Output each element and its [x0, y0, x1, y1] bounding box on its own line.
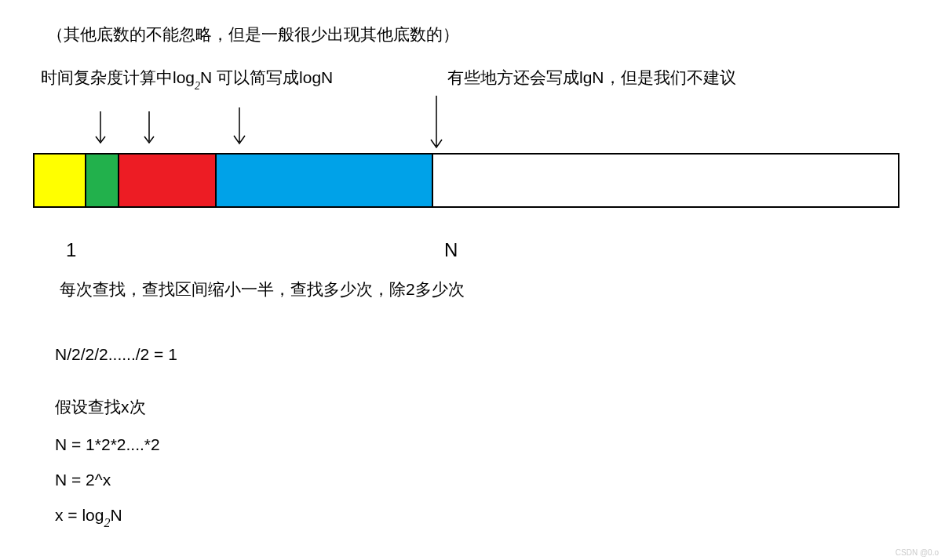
note-line-2-left: 时间复杂度计算中log2N 可以简写成logN [41, 67, 333, 89]
segment-red [119, 155, 217, 206]
note-line-1: （其他底数的不能忽略，但是一般很少出现其他底数的） [47, 24, 459, 45]
equation-3: N = 2^x [55, 471, 111, 489]
equation-1: N/2/2/2....../2 = 1 [55, 345, 177, 364]
eq4-part-b: N [110, 506, 122, 524]
watermark: CSDN @0.o [896, 548, 939, 557]
segment-white [433, 155, 898, 206]
arrow-3 [232, 106, 247, 149]
note-line-2-right: 有些地方还会写成lgN，但是我们不建议 [447, 67, 736, 89]
eq4-part-a: x = log [55, 506, 104, 524]
binary-search-bar [33, 153, 899, 208]
segment-blue [217, 155, 433, 206]
equation-4: x = log2N [55, 506, 122, 525]
segment-yellow [35, 155, 86, 206]
label-n: N [444, 239, 458, 261]
equation-2: N = 1*2*2....*2 [55, 435, 160, 454]
arrow-2 [141, 110, 157, 147]
line2-part-a: 时间复杂度计算中log [41, 68, 195, 86]
explanation-line: 每次查找，查找区间缩小一半，查找多少次，除2多少次 [60, 278, 465, 300]
arrow-4 [429, 94, 444, 153]
assume-line: 假设查找x次 [55, 396, 146, 418]
label-one: 1 [66, 239, 76, 261]
arrow-1 [93, 110, 108, 147]
subscript-2-bottom: 2 [104, 516, 110, 529]
line2-part-b: N 可以简写成logN [200, 68, 333, 86]
segment-green [86, 155, 119, 206]
subscript-2-top: 2 [195, 80, 200, 92]
